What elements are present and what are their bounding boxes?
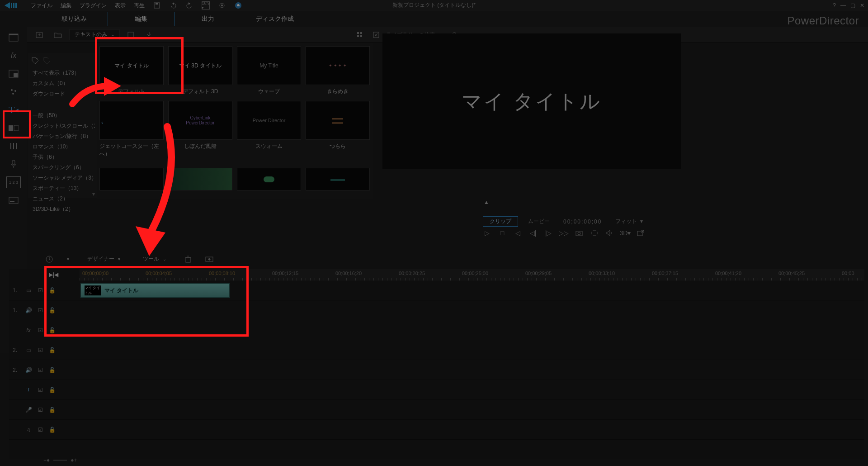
zoom-in-icon[interactable]: ●+ — [71, 457, 77, 463]
tag-add-icon[interactable]: + — [32, 57, 39, 64]
zoom-out-icon[interactable]: −● — [43, 457, 50, 463]
undo-icon[interactable] — [169, 1, 177, 10]
redo-icon[interactable] — [185, 1, 193, 10]
check-icon[interactable]: ☑ — [36, 407, 44, 413]
lock-icon[interactable]: 🔓 — [48, 367, 56, 373]
step-fwd-icon[interactable]: |▷ — [544, 229, 552, 237]
check-icon[interactable]: ☑ — [36, 367, 44, 373]
mode-movie-button[interactable]: ムービー — [524, 217, 553, 226]
category-item[interactable]: クレジット/スクロール（15） — [30, 121, 95, 131]
timeline-clip-title[interactable]: マイ タイトル マイ タイトル — [80, 283, 230, 298]
library-filter-dropdown[interactable]: テキストのみ ⌄ — [70, 29, 119, 40]
track-header[interactable]: T☑🔓 — [9, 380, 80, 400]
notification-bell-icon[interactable] — [234, 1, 242, 10]
save-icon[interactable] — [153, 1, 161, 10]
check-icon[interactable]: ☑ — [36, 427, 44, 433]
title-template-default-3d[interactable]: マイ 3D タイトル デフォルト 3D — [168, 46, 232, 95]
check-icon[interactable]: ☑ — [36, 327, 44, 333]
track-lane-title[interactable] — [80, 380, 864, 400]
lock-icon[interactable]: 🔓 — [48, 287, 56, 294]
rail-transition-icon[interactable] — [6, 122, 21, 134]
play-icon[interactable]: ▷ — [483, 229, 491, 237]
lock-icon[interactable]: 🔓 — [48, 427, 56, 433]
track-lane-video2[interactable] — [80, 340, 864, 360]
tag-edit-icon[interactable] — [43, 57, 51, 64]
keyframe-icon[interactable] — [205, 256, 213, 263]
tool-button[interactable]: ツール ⌄ — [138, 253, 171, 265]
track-header[interactable]: fx☑🔓 — [9, 320, 80, 340]
track-lane-video1[interactable]: マイ タイトル マイ タイトル — [80, 281, 864, 300]
timeline-zoom-bar[interactable]: −● ●+ — [43, 457, 77, 463]
track-header[interactable]: 1.▭☑🔓 — [9, 281, 80, 300]
menu-view[interactable]: 表示 — [115, 2, 126, 10]
settings-gear-icon[interactable] — [218, 1, 226, 10]
tab-import[interactable]: 取り込み — [41, 12, 108, 26]
category-item[interactable]: 一般（50） — [30, 110, 95, 121]
popout-icon[interactable] — [637, 229, 645, 237]
grid-view-icon[interactable] — [354, 29, 366, 40]
title-template-balloon[interactable]: CyberLink PowerDirector しぼんだ風船 — [168, 101, 232, 158]
category-item[interactable]: 3D/3D-Like（2） — [30, 204, 95, 214]
rail-media-icon[interactable] — [6, 32, 21, 43]
rail-pip-icon[interactable] — [6, 68, 21, 80]
snapshot-icon[interactable] — [575, 229, 583, 237]
fit-dropdown[interactable]: フィット ▾ — [612, 217, 646, 226]
download-icon[interactable] — [143, 29, 156, 40]
rail-title-icon[interactable]: T ◀ — [6, 104, 21, 116]
rail-particle-icon[interactable] — [6, 86, 21, 98]
category-item[interactable]: ダウンロード — [30, 89, 95, 99]
category-item[interactable]: すべて表示（173） — [30, 68, 95, 78]
track-header[interactable]: ♫☑🔓 — [9, 420, 80, 440]
prev-frame-icon[interactable]: ◁ — [514, 229, 522, 237]
import-media-icon[interactable] — [33, 29, 46, 40]
track-header[interactable]: 1.🔊☑🔓 — [9, 300, 80, 320]
lock-icon[interactable]: 🔓 — [48, 387, 56, 393]
category-item[interactable]: ソーシャル メディア（3） — [30, 173, 95, 183]
timeline-options-icon[interactable] — [45, 255, 53, 263]
folder-icon[interactable] — [52, 29, 64, 40]
tab-output[interactable]: 出力 — [175, 12, 241, 26]
tab-disc[interactable]: ディスク作成 — [241, 12, 308, 26]
menu-play[interactable]: 再生 — [134, 2, 145, 10]
new-title-icon[interactable] — [125, 29, 137, 40]
category-item[interactable]: スパークリング（6） — [30, 162, 95, 173]
menu-plugin[interactable]: プラグイン — [80, 2, 107, 10]
title-template-default[interactable]: マイ タイトル デフォルト — [99, 46, 164, 95]
track-lane-audio2[interactable] — [80, 360, 864, 380]
minimize-icon[interactable]: — — [840, 2, 846, 9]
title-template-jetcoaster[interactable]: ジェットコースター（左へ） — [99, 101, 164, 158]
volume-icon[interactable] — [606, 229, 614, 237]
check-icon[interactable]: ☑ — [36, 307, 44, 314]
track-lane-music[interactable] — [80, 420, 864, 440]
category-item[interactable]: ニュース（2） — [30, 194, 95, 204]
mode-clip-button[interactable]: クリップ — [483, 216, 518, 227]
rail-chapter-icon[interactable]: 1 2 3 — [6, 176, 21, 188]
track-header[interactable]: 2.▭☑🔓 — [9, 340, 80, 360]
timeline-options-chevron-icon[interactable]: ▾ — [67, 257, 69, 262]
category-item[interactable]: ロマンス（10） — [30, 142, 95, 152]
designer-button[interactable]: デザイナー ▾ — [83, 253, 125, 265]
maximize-icon[interactable]: ▢ — [850, 2, 855, 9]
chevron-down-icon[interactable]: ▾ — [92, 191, 95, 197]
scroll-left-icon[interactable]: ‹ — [101, 119, 103, 126]
category-item[interactable]: カスタム（0） — [30, 78, 95, 89]
title-template-wave[interactable]: My Title ウェーブ — [237, 46, 301, 95]
fast-fwd-icon[interactable]: ▷▷ — [560, 229, 568, 237]
rail-audio-mix-icon[interactable] — [6, 140, 21, 152]
track-lane-voice[interactable] — [80, 400, 864, 420]
lock-icon[interactable]: 🔓 — [48, 327, 56, 333]
loop-icon[interactable] — [590, 229, 599, 237]
tab-edit[interactable]: 編集 — [108, 12, 175, 26]
rail-voiceover-icon[interactable] — [6, 158, 21, 170]
rail-fx-icon[interactable]: fx — [6, 50, 21, 62]
track-lane-audio1[interactable] — [80, 300, 864, 320]
playhead-start-icon[interactable]: ▶|◀ — [49, 271, 58, 278]
lock-icon[interactable]: 🔓 — [48, 407, 56, 413]
lock-icon[interactable]: 🔓 — [48, 347, 56, 353]
menu-edit[interactable]: 編集 — [61, 2, 71, 10]
stop-icon[interactable]: □ — [498, 229, 506, 237]
trash-icon[interactable] — [184, 255, 192, 263]
category-item[interactable]: スポーティー（13） — [30, 183, 95, 194]
track-lane-fx[interactable] — [80, 320, 864, 340]
check-icon[interactable]: ☑ — [36, 287, 44, 294]
